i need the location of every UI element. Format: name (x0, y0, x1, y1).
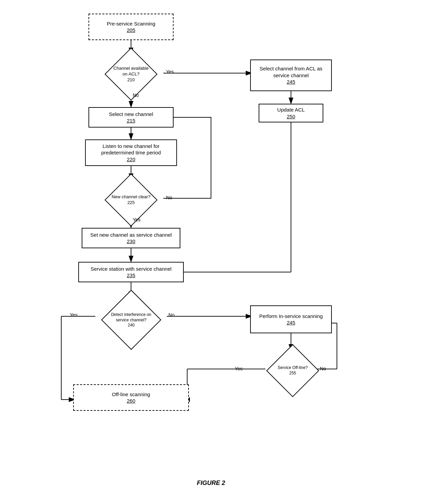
channel-avail-label: Channel available on ACL? (113, 66, 148, 77)
service-station-box: Service station with service channel 235 (78, 262, 184, 282)
service-offline-diamond: Service Off-line? 255 (262, 350, 323, 391)
listen-box: Listen to new channel for predetermined … (85, 139, 177, 166)
preservice-label: Pre-service Scanning (107, 20, 156, 27)
listen-num: 220 (127, 156, 135, 163)
channel-avail-num: 210 (127, 77, 135, 82)
detect-num: 240 (128, 322, 134, 327)
service-station-label: Service station with service channel (91, 266, 172, 272)
yes-label-offline: Yes (235, 366, 243, 371)
inservice-box: Perform In-service scanning 245 (250, 305, 332, 333)
select-acl-num: 245 (287, 79, 295, 85)
no-label-clear: No (166, 195, 172, 200)
new-clear-diamond: New channel clear? 225 (94, 180, 168, 220)
listen-label: Listen to new channel for predetermined … (90, 143, 172, 156)
offline-box: Off-line scanning 260 (73, 384, 189, 411)
inservice-label: Perform In-service scanning (259, 313, 323, 320)
select-new-num: 215 (127, 117, 135, 124)
no-label-detect: No (168, 312, 175, 318)
channel-avail-diamond: Channel available on ACL? 210 (94, 54, 168, 95)
flowchart: Pre-service Scanning 205 Channel availab… (41, 7, 381, 476)
yes-label-clear: Yes (133, 217, 141, 222)
figure-label: FIGURE 2 (197, 480, 225, 487)
update-acl-box: Update ACL 250 (259, 104, 323, 122)
select-new-box: Select new channel 215 (88, 107, 174, 128)
detect-label: Detect interference on service channel? (111, 312, 151, 322)
select-new-label: Select new channel (109, 111, 153, 118)
service-offline-label: Service Off-line? (278, 365, 308, 370)
offline-label: Off-line scanning (112, 391, 150, 398)
new-clear-num: 225 (127, 200, 135, 205)
service-offline-num: 255 (289, 371, 296, 375)
offline-num: 260 (127, 398, 135, 404)
preservice-num: 205 (127, 27, 135, 34)
set-new-label: Set new channel as service channel (90, 232, 172, 238)
update-acl-label: Update ACL (277, 106, 305, 113)
set-new-box: Set new channel as service channel 230 (82, 228, 180, 248)
new-clear-label: New channel clear? (112, 194, 150, 199)
update-acl-num: 250 (287, 113, 295, 120)
set-new-num: 230 (127, 238, 135, 245)
preservice-box: Pre-service Scanning 205 (88, 14, 174, 40)
inservice-num: 245 (287, 319, 295, 326)
no-label-offline: No (320, 366, 326, 371)
yes-label-detect: Yes (70, 312, 78, 318)
service-station-num: 235 (127, 272, 135, 279)
no-label-acl: No (133, 93, 139, 98)
select-acl-label: Select channel from ACL as service chann… (255, 65, 327, 79)
select-acl-box: Select channel from ACL as service chann… (250, 60, 332, 91)
yes-label-acl: Yes (166, 69, 174, 74)
detect-interference-diamond: Detect interference on service channel? … (88, 298, 174, 342)
